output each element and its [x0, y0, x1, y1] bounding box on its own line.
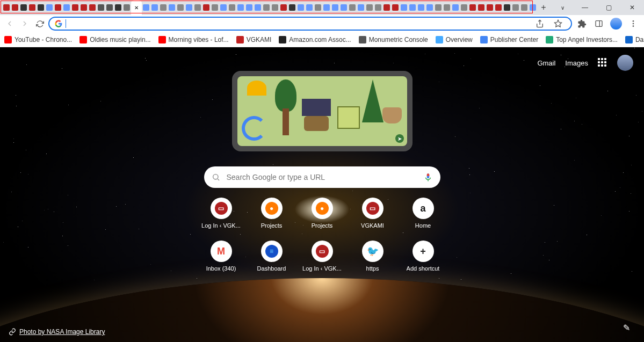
extensions-icon[interactable]	[574, 16, 589, 31]
browser-tab[interactable]	[193, 0, 202, 15]
chrome-menu-icon[interactable]	[626, 16, 641, 31]
browser-tab[interactable]: ✕	[131, 0, 142, 15]
shortcut-tile[interactable]: MInbox (340)	[196, 241, 247, 272]
browser-tab[interactable]	[254, 0, 262, 15]
browser-tab[interactable]	[71, 0, 79, 15]
browser-tab[interactable]	[408, 0, 417, 15]
browser-tab[interactable]	[202, 0, 211, 15]
browser-tab[interactable]	[339, 0, 348, 15]
browser-tab[interactable]	[296, 0, 305, 15]
browser-tab[interactable]	[322, 0, 331, 15]
browser-tab[interactable]	[211, 0, 219, 15]
browser-tab[interactable]	[477, 0, 486, 15]
browser-tab[interactable]	[114, 0, 122, 15]
profile-avatar-small[interactable]	[609, 16, 624, 31]
browser-tab[interactable]	[37, 0, 45, 15]
browser-tab[interactable]	[314, 0, 322, 15]
tabs-dropdown-button[interactable]: ∨	[552, 0, 573, 15]
browser-tab[interactable]	[159, 0, 168, 15]
bookmark-item[interactable]: YouTube - Chrono...	[4, 36, 72, 43]
browser-tab[interactable]	[228, 0, 236, 15]
browser-tab[interactable]	[97, 0, 105, 15]
browser-tab[interactable]	[365, 0, 374, 15]
browser-tab[interactable]	[271, 0, 279, 15]
url-input[interactable]	[69, 20, 529, 28]
google-apps-icon[interactable]	[598, 58, 607, 68]
browser-tab[interactable]	[305, 0, 314, 15]
close-window-button[interactable]: ✕	[620, 0, 644, 15]
address-bar[interactable]	[48, 17, 572, 31]
browser-tab[interactable]	[122, 0, 131, 15]
browser-tab[interactable]	[391, 0, 400, 15]
browser-tab[interactable]	[357, 0, 365, 15]
bookmark-item[interactable]: Morning vibes - Lof...	[158, 36, 229, 43]
bookmark-item[interactable]: Publisher Center	[480, 36, 538, 43]
browser-tab[interactable]	[468, 0, 477, 15]
bookmark-item[interactable]: Amazon.com Assoc...	[279, 36, 351, 43]
browser-tab[interactable]	[529, 0, 537, 15]
minimize-button[interactable]: —	[573, 0, 597, 15]
voice-search-icon[interactable]	[423, 172, 433, 182]
bookmark-item[interactable]: VGKAMI	[236, 36, 272, 43]
shortcut-tile[interactable]: ●Projects	[247, 198, 297, 229]
add-shortcut-button[interactable]: +Add shortcut	[398, 241, 448, 272]
browser-tab[interactable]	[88, 0, 97, 15]
browser-tab[interactable]	[382, 0, 391, 15]
reload-button[interactable]	[33, 17, 46, 30]
browser-tab[interactable]	[79, 0, 88, 15]
browser-tab[interactable]	[62, 0, 71, 15]
images-link[interactable]: Images	[565, 59, 588, 67]
browser-tab[interactable]	[434, 0, 443, 15]
browser-tab[interactable]	[185, 0, 193, 15]
browser-tab[interactable]	[417, 0, 425, 15]
browser-tab[interactable]	[45, 0, 54, 15]
browser-tab[interactable]	[279, 0, 288, 15]
browser-tab[interactable]	[520, 0, 529, 15]
browser-tab[interactable]	[54, 0, 62, 15]
bookmark-item[interactable]: Monumetric Console	[359, 36, 428, 43]
browser-tab[interactable]	[331, 0, 339, 15]
browser-tab[interactable]	[348, 0, 357, 15]
browser-tab[interactable]	[28, 0, 37, 15]
browser-tab[interactable]	[105, 0, 114, 15]
shortcut-tile[interactable]: ●Projects	[297, 198, 348, 229]
shortcut-tile[interactable]: aHome	[398, 198, 448, 229]
browser-tab[interactable]	[11, 0, 19, 15]
browser-tab[interactable]	[425, 0, 434, 15]
search-bar[interactable]	[204, 166, 440, 188]
browser-tab[interactable]	[451, 0, 460, 15]
bookmark-item[interactable]: Oldies music playin...	[79, 36, 150, 43]
browser-tab[interactable]	[2, 0, 11, 15]
share-icon[interactable]	[532, 16, 547, 31]
shortcut-tile[interactable]: ▭Log In ‹ VGK...	[196, 198, 247, 229]
back-button[interactable]	[3, 17, 16, 30]
google-doodle[interactable]: ➤	[232, 71, 413, 151]
browser-tab[interactable]	[142, 0, 150, 15]
background-attribution[interactable]: Photo by NASA Image Library	[9, 328, 105, 336]
shortcut-tile[interactable]: ≡Dashboard	[247, 241, 297, 272]
browser-tab[interactable]	[236, 0, 245, 15]
shortcut-tile[interactable]: ▭Log In ‹ VGK...	[297, 241, 348, 272]
star-icon[interactable]	[551, 16, 566, 31]
browser-tab[interactable]	[511, 0, 520, 15]
shortcut-tile[interactable]: 🐦https	[348, 241, 398, 272]
browser-tab[interactable]	[443, 0, 451, 15]
maximize-button[interactable]: ▢	[597, 0, 620, 15]
browser-tab[interactable]	[219, 0, 228, 15]
browser-tab[interactable]	[168, 0, 176, 15]
new-tab-button[interactable]: +	[537, 0, 550, 15]
browser-tab[interactable]	[176, 0, 185, 15]
browser-tab[interactable]	[400, 0, 408, 15]
browser-tab[interactable]	[486, 0, 494, 15]
browser-tab[interactable]	[494, 0, 503, 15]
customize-button[interactable]: ✎	[618, 319, 634, 336]
forward-button[interactable]	[18, 17, 31, 30]
bookmark-item[interactable]: Dashboard	[625, 36, 644, 43]
browser-tab[interactable]	[262, 0, 271, 15]
browser-tab[interactable]	[460, 0, 468, 15]
bookmark-item[interactable]: Overview	[436, 36, 473, 43]
browser-tab[interactable]	[245, 0, 254, 15]
gmail-link[interactable]: Gmail	[537, 59, 555, 67]
browser-tab[interactable]	[150, 0, 159, 15]
browser-tab[interactable]	[374, 0, 382, 15]
